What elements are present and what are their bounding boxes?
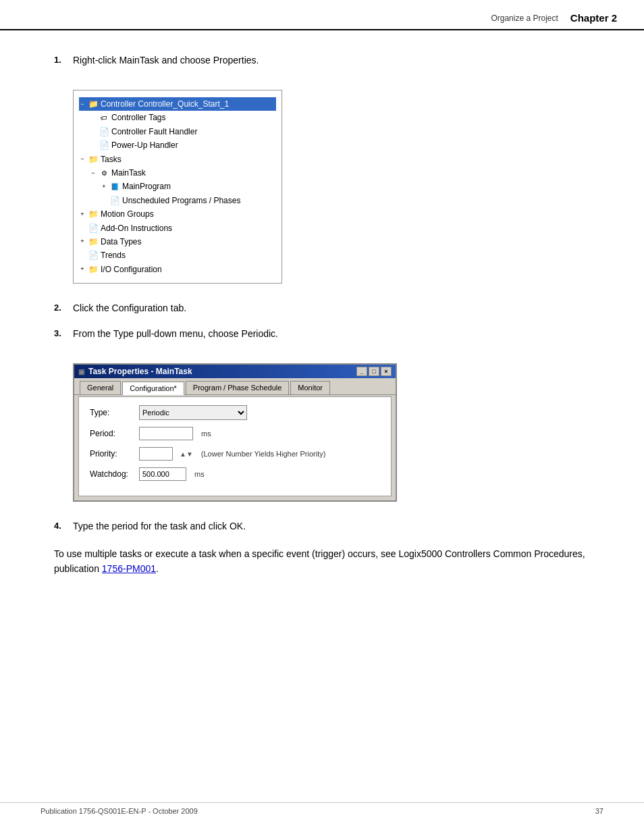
header-section-label: Organize a Project: [491, 14, 558, 23]
tree-icon-tasks: 📁: [88, 154, 99, 165]
tree-expand-root: −: [79, 99, 86, 109]
spinner-icon: ▲▼: [180, 450, 193, 458]
step-1: 1. Right-click MainTask and choose Prope…: [54, 55, 603, 66]
body-text-end: .: [156, 563, 159, 574]
tab-monitor[interactable]: Monitor: [290, 381, 330, 394]
tree-icon-trends: 📄: [88, 250, 99, 261]
close-button[interactable]: ×: [381, 367, 392, 376]
watchdog-input[interactable]: [139, 467, 186, 481]
minimize-button[interactable]: _: [356, 367, 367, 376]
tree-icon-powerup: 📄: [99, 140, 109, 151]
tree-label-datatypes: Data Types: [101, 235, 141, 249]
tree-icon-root: 📁: [88, 99, 99, 109]
tab-general[interactable]: General: [80, 381, 121, 394]
page-footer: Publication 1756-QS001E-EN-P - October 2…: [0, 802, 644, 815]
tab-configuration[interactable]: Configuration*: [122, 382, 184, 395]
tree-icon-maintask: ⚙: [99, 167, 109, 178]
body-paragraph: To use multiple tasks or execute a task …: [54, 546, 603, 577]
period-label: Period:: [90, 429, 134, 438]
tree-item-motion: + 📁 Motion Groups: [79, 207, 276, 221]
form-row-period: Period: ms: [90, 427, 380, 440]
tree-item-mainprogram: + 📘 MainProgram: [101, 180, 276, 193]
type-select[interactable]: Periodic Event Continuous: [139, 405, 247, 420]
tree-label-powerup: Power-Up Handler: [111, 138, 178, 152]
step-2-text: Click the Configuration tab.: [73, 303, 186, 313]
step-1-text: Right-click MainTask and choose Properti…: [73, 55, 259, 66]
tree-item-unscheduled: 📄 Unscheduled Programs / Phases: [101, 194, 276, 207]
period-unit: ms: [201, 429, 211, 438]
dialog-tabs: General Configuration* Program / Phase S…: [74, 378, 396, 395]
tree-icon-unscheduled: 📄: [109, 195, 120, 206]
tree-label-controller-tags: Controller Tags: [111, 111, 165, 124]
tree-item-addon: 📄 Add-On Instructions: [79, 221, 276, 235]
step-4: 4. Type the period for the task and clic…: [54, 521, 603, 531]
watchdog-label: Watchdog:: [90, 469, 134, 479]
footer-left: Publication 1756-QS001E-EN-P - October 2…: [41, 807, 198, 815]
priority-hint: (Lower Number Yields Higher Priority): [201, 450, 326, 458]
tab-program-schedule[interactable]: Program / Phase Schedule: [186, 381, 289, 394]
step-3: 3. From the Type pull-down menu, choose …: [54, 328, 603, 339]
type-label: Type:: [90, 408, 134, 417]
step-2: 2. Click the Configuration tab.: [54, 303, 603, 313]
tree-item-fault-handler: 📄 Controller Fault Handler: [90, 125, 276, 138]
tree-item-trends: 📄 Trends: [79, 249, 276, 262]
tree-label-io: I/O Configuration: [101, 263, 162, 276]
tree-item-datatypes: + 📁 Data Types: [79, 235, 276, 249]
footer-right: 37: [595, 807, 603, 815]
tree-item-powerup: 📄 Power-Up Handler: [90, 138, 276, 152]
dialog-controls[interactable]: _ □ ×: [356, 367, 392, 376]
task-properties-dialog: ▣ Task Properties - MainTask _ □ × Gener…: [73, 363, 397, 502]
tree-item-controller-tags: 🏷 Controller Tags: [90, 111, 276, 124]
step-3-num: 3.: [54, 328, 68, 338]
period-input[interactable]: [139, 427, 193, 440]
tree-icon-fault: 📄: [99, 126, 109, 137]
publication-link[interactable]: 1756-PM001: [102, 563, 156, 574]
header-chapter-label: Chapter 2: [570, 12, 617, 24]
dialog-title-icon: ▣: [78, 368, 84, 375]
tree-screenshot: − 📁 Controller Controller_Quick_Start_1 …: [73, 90, 282, 284]
tree-item-maintask: − ⚙ MainTask: [90, 166, 276, 180]
tree-icon-mainprogram: 📘: [109, 182, 120, 192]
tree-view: − 📁 Controller Controller_Quick_Start_1 …: [74, 95, 281, 279]
maximize-button[interactable]: □: [369, 367, 379, 376]
tree-label-trends: Trends: [101, 249, 126, 262]
form-row-type: Type: Periodic Event Continuous: [90, 405, 380, 420]
tree-label-addon: Add-On Instructions: [101, 221, 172, 235]
dialog-titlebar: ▣ Task Properties - MainTask _ □ ×: [74, 365, 396, 378]
tree-icon-io: 📁: [88, 264, 99, 275]
dialog-title-text: Task Properties - MainTask: [88, 367, 192, 376]
step-4-text: Type the period for the task and click O…: [73, 521, 246, 531]
step-1-num: 1.: [54, 55, 68, 65]
tree-label-fault-handler: Controller Fault Handler: [111, 125, 197, 138]
watchdog-unit: ms: [194, 470, 205, 478]
form-row-priority: Priority: ▲▼ (Lower Number Yields Higher…: [90, 447, 380, 461]
tree-icon-tags: 🏷: [99, 113, 109, 124]
step-3-text: From the Type pull-down menu, choose Per…: [73, 328, 278, 339]
tree-icon-motion: 📁: [88, 209, 99, 219]
step-2-num: 2.: [54, 303, 68, 313]
tree-label-motion: Motion Groups: [101, 207, 154, 221]
priority-label: Priority:: [90, 449, 134, 459]
page-content: 1. Right-click MainTask and choose Prope…: [0, 30, 644, 612]
form-row-watchdog: Watchdog: ms: [90, 467, 380, 481]
dialog-body: Type: Periodic Event Continuous Period: …: [78, 396, 392, 496]
tree-label-unscheduled: Unscheduled Programs / Phases: [122, 194, 240, 207]
tree-label-mainprogram: MainProgram: [122, 180, 171, 193]
step-4-num: 4.: [54, 521, 68, 531]
tree-root-label: Controller Controller_Quick_Start_1: [101, 97, 229, 111]
page-header: Organize a Project Chapter 2: [0, 0, 644, 30]
tree-root: − 📁 Controller Controller_Quick_Start_1: [79, 97, 276, 111]
tree-icon-addon: 📄: [88, 223, 99, 234]
tree-item-tasks: − 📁 Tasks: [79, 153, 276, 166]
priority-input[interactable]: [139, 447, 173, 461]
tree-icon-datatypes: 📁: [88, 236, 99, 247]
tree-label-maintask: MainTask: [111, 166, 146, 180]
tree-label-tasks: Tasks: [101, 153, 122, 166]
tree-item-io: + 📁 I/O Configuration: [79, 263, 276, 276]
